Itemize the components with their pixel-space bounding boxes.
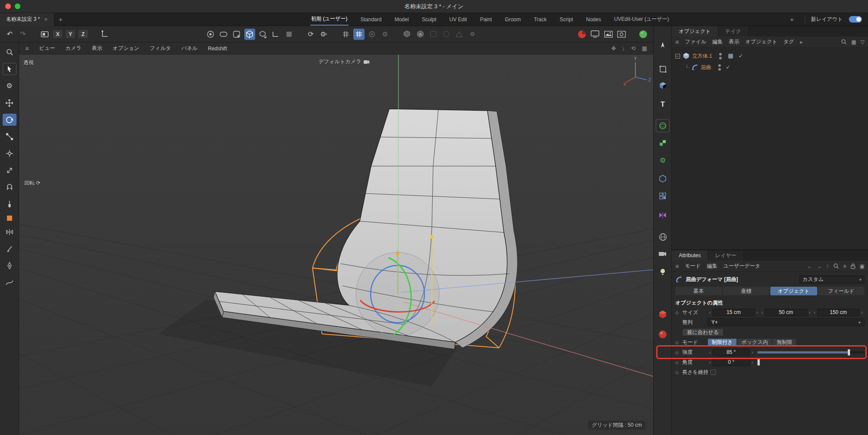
layout-tab-groom[interactable]: Groom: [504, 14, 522, 25]
decrement-icon[interactable]: ‹: [707, 360, 713, 365]
record-icon[interactable]: [205, 29, 216, 40]
toggle-views-icon[interactable]: ▦: [642, 45, 647, 52]
tweak-tool-icon[interactable]: ⚙: [3, 80, 16, 92]
scene-camera-icon[interactable]: [656, 247, 670, 260]
redo-icon[interactable]: ↷: [17, 29, 28, 40]
key-diamond-icon[interactable]: ◇: [675, 370, 682, 375]
om-menu-objects[interactable]: オブジェクト: [745, 38, 777, 46]
axis-lock-y-button[interactable]: Y: [65, 29, 76, 39]
viewport-menu-icon[interactable]: ≡: [25, 46, 29, 52]
close-window-button[interactable]: [5, 3, 11, 9]
decrement-icon[interactable]: ‹: [707, 310, 713, 315]
tab-takes[interactable]: テイク: [718, 26, 749, 36]
light-icon[interactable]: [656, 265, 670, 278]
brush-tool-icon[interactable]: [3, 198, 16, 210]
am-back-icon[interactable]: ←: [807, 263, 812, 269]
camera-label[interactable]: デフォルトカメラ: [319, 58, 370, 65]
magnet-snap-icon[interactable]: [367, 29, 378, 40]
tab-attributes[interactable]: Attributes: [672, 250, 708, 261]
decrement-icon[interactable]: ‹: [707, 350, 713, 355]
section-tab-object[interactable]: オブジェクト: [770, 287, 817, 295]
spline-primitive-icon[interactable]: [656, 62, 670, 75]
zoom-tool-icon[interactable]: [3, 46, 16, 58]
key-diamond-icon[interactable]: ◇: [675, 350, 682, 355]
field-icon[interactable]: [656, 172, 670, 185]
strength-slider[interactable]: [757, 349, 865, 356]
preset-dropdown[interactable]: カスタム ▾: [799, 275, 865, 284]
layout-tab-nodes[interactable]: Nodes: [585, 14, 602, 25]
layout-tab-standard[interactable]: Standard: [360, 14, 383, 25]
layout-lock-toggle[interactable]: [849, 16, 862, 23]
render-picture-icon[interactable]: [603, 29, 614, 40]
object-name[interactable]: 屈曲: [701, 64, 711, 71]
phong-tag-icon[interactable]: [728, 53, 733, 59]
menu-camera[interactable]: カメラ: [66, 45, 82, 52]
spline-pen-icon[interactable]: [656, 38, 670, 51]
om-search-icon[interactable]: [841, 39, 847, 45]
tool-b-icon[interactable]: [441, 29, 452, 40]
close-tab-icon[interactable]: ×: [44, 16, 48, 23]
axis-lock-x-button[interactable]: X: [53, 29, 63, 39]
increment-icon[interactable]: ›: [750, 350, 755, 355]
environment-icon[interactable]: [656, 230, 670, 243]
bend-object-icon[interactable]: [691, 64, 698, 71]
size-z-field[interactable]: 150 cm: [817, 309, 859, 316]
tool-a-icon[interactable]: [428, 29, 439, 40]
snap-settings-icon[interactable]: ⚙: [380, 29, 391, 40]
deformer-icon[interactable]: ⚙: [656, 154, 670, 167]
viewport-canvas[interactable]: Y X Z: [19, 55, 653, 435]
om-menu-edit[interactable]: 編集: [712, 38, 723, 46]
tab-layers[interactable]: レイヤー: [708, 250, 744, 261]
visibility-dots[interactable]: [719, 53, 722, 59]
am-forward-icon[interactable]: →: [817, 263, 822, 269]
live-select-icon[interactable]: [3, 63, 16, 75]
volume-icon[interactable]: [656, 190, 670, 203]
key-diamond-icon[interactable]: ◇: [675, 340, 682, 345]
coordinate-system-icon[interactable]: [99, 29, 110, 40]
am-menu-userdata[interactable]: ユーザーデータ: [723, 262, 760, 270]
mode-withinbox-button[interactable]: ボックス内: [737, 338, 772, 346]
am-menu-mode[interactable]: モード: [685, 262, 701, 270]
om-home-icon[interactable]: ▦: [851, 39, 856, 45]
cube-arrow-icon[interactable]: [257, 29, 268, 40]
decrement-icon[interactable]: ‹: [812, 310, 817, 315]
generator-icon[interactable]: [656, 119, 670, 132]
knife-tool-icon[interactable]: [3, 243, 16, 255]
zoom-window-button[interactable]: [15, 3, 20, 9]
quantize-grid-icon[interactable]: [353, 29, 364, 40]
render-view-icon[interactable]: [590, 29, 601, 40]
cube-mode-icon[interactable]: [244, 29, 255, 40]
menu-filter[interactable]: フィルタ: [150, 45, 171, 52]
scale-tool-icon[interactable]: [3, 131, 16, 143]
rotate-tool-icon[interactable]: [3, 114, 16, 126]
mirror-tool-icon[interactable]: [3, 226, 16, 238]
menu-display[interactable]: 表示: [92, 45, 102, 52]
am-menu-edit[interactable]: 編集: [707, 262, 717, 270]
falloff-icon[interactable]: [454, 29, 465, 40]
shader-ball-icon[interactable]: [656, 328, 670, 341]
om-filter-icon[interactable]: ▽: [861, 39, 865, 45]
layout-tab-default[interactable]: 初期 (ユーザー): [310, 13, 349, 26]
motext-icon[interactable]: T: [656, 98, 670, 111]
section-tab-falloff[interactable]: フィールド: [818, 287, 865, 295]
om-menu-tags[interactable]: タグ: [783, 38, 794, 46]
key-diamond-icon[interactable]: ◇: [675, 360, 682, 365]
size-y-field[interactable]: 50 cm: [765, 309, 807, 316]
group-title[interactable]: オブジェクトの属性: [675, 298, 865, 307]
interactive-render-icon[interactable]: [638, 29, 649, 40]
projection-label[interactable]: 透視: [23, 59, 34, 66]
primitive-cube-icon[interactable]: [656, 79, 670, 92]
viewport-solo-icon[interactable]: [401, 29, 412, 40]
pan-view-icon[interactable]: ✥: [611, 45, 616, 52]
add-layout-button[interactable]: +: [786, 16, 799, 23]
mode-unlimited-button[interactable]: 無制限: [772, 338, 796, 346]
om-menu-file[interactable]: ファイル: [685, 38, 706, 46]
align-dropdown[interactable]: Y+ ▾: [707, 318, 865, 326]
axis-modify-icon[interactable]: [3, 147, 16, 160]
fit-to-parent-button[interactable]: 親に合わせる: [682, 328, 723, 336]
object-name[interactable]: 立方体.1: [692, 52, 712, 60]
am-up-icon[interactable]: ↑: [826, 263, 829, 269]
menu-redshift[interactable]: Redshift: [208, 46, 227, 52]
capsule-icon[interactable]: [218, 29, 229, 40]
magnet-tool-icon[interactable]: [3, 181, 16, 193]
